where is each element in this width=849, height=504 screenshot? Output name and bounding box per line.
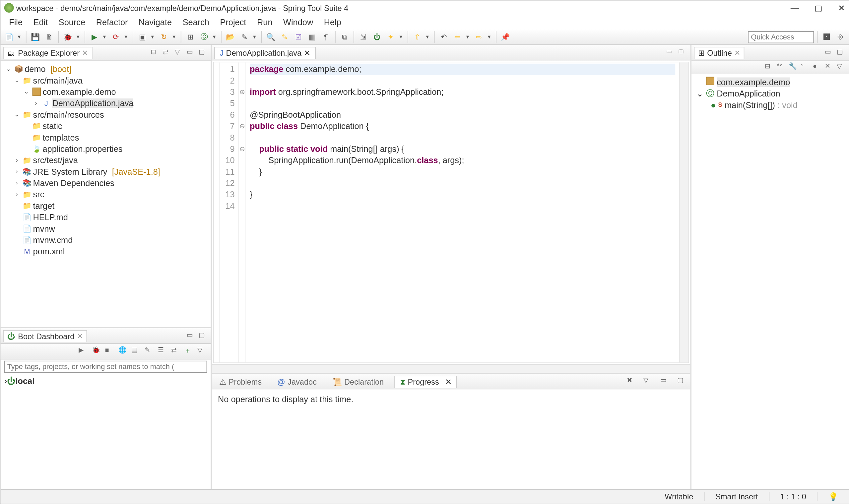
menu-window[interactable]: Window	[278, 16, 318, 28]
close-button[interactable]: ✕	[838, 3, 845, 13]
close-icon[interactable]: ✕	[445, 377, 452, 386]
close-icon[interactable]: ✕	[77, 332, 83, 340]
wand-icon[interactable]: ✦	[385, 31, 397, 43]
dropdown-icon[interactable]: ▼	[212, 34, 218, 39]
file-node[interactable]: DemoApplication.java	[52, 98, 133, 108]
hide-local-icon[interactable]: ✕	[825, 62, 834, 72]
tab-declaration[interactable]: 📜Declaration	[327, 376, 389, 387]
caret-icon[interactable]: ⌄	[13, 111, 21, 118]
close-icon[interactable]: ✕	[304, 49, 310, 58]
new-class-icon[interactable]: Ⓒ	[198, 31, 210, 43]
run-icon[interactable]: ▶	[88, 31, 100, 43]
jre-node[interactable]: JRE System Library	[33, 166, 107, 176]
debug-icon[interactable]: 🐞	[92, 346, 103, 357]
editor-hscrollbar[interactable]	[212, 364, 690, 373]
menu-file[interactable]: File	[4, 16, 28, 28]
caret-icon[interactable]: ⌄	[697, 89, 704, 98]
dropdown-icon[interactable]: ▼	[124, 34, 130, 39]
close-icon[interactable]: ✕	[734, 49, 740, 57]
dropdown-icon[interactable]: ▼	[465, 34, 471, 39]
dropdown-icon[interactable]: ▼	[76, 34, 82, 39]
maximize-editor-icon[interactable]: ▢	[678, 48, 688, 58]
link-icon[interactable]: ⇲	[357, 31, 369, 43]
menu-run[interactable]: Run	[252, 16, 277, 28]
menu-source[interactable]: Source	[54, 16, 90, 28]
menu-edit[interactable]: Edit	[29, 16, 53, 28]
src-main-resources-node[interactable]: src/main/resources	[33, 109, 104, 119]
dropdown-icon[interactable]: ▼	[172, 34, 178, 39]
whitespace-icon[interactable]: ¶	[320, 31, 332, 43]
start-icon[interactable]: ▶	[78, 346, 90, 357]
undo-icon[interactable]: ↶	[437, 31, 449, 43]
outline-tab[interactable]: ⊞ Outline ✕	[694, 47, 744, 58]
src-test-java-node[interactable]: src/test/java	[33, 155, 78, 165]
minimize-view-icon[interactable]: ▭	[187, 48, 196, 57]
pom-xml-node[interactable]: pom.xml	[33, 246, 65, 256]
maximize-view-icon[interactable]: ▢	[199, 331, 208, 341]
collapse-all-icon[interactable]: ⊟	[150, 48, 160, 57]
minimize-editor-icon[interactable]: ▭	[666, 48, 676, 58]
outline-package-node[interactable]: com.example.demo	[717, 77, 790, 87]
run-last-icon[interactable]: ⟳	[110, 31, 122, 43]
hide-fields-icon[interactable]: 🔧	[789, 62, 798, 72]
view-menu-icon[interactable]: ▽	[175, 48, 184, 57]
src-main-java-node[interactable]: src/main/java	[33, 75, 83, 85]
highlight-icon[interactable]: ✎	[238, 31, 250, 43]
menu-project[interactable]: Project	[215, 16, 251, 28]
sort-icon[interactable]: ⊟	[765, 62, 774, 72]
caret-icon[interactable]: ›	[32, 100, 40, 106]
perspective-java-icon[interactable]: 🞓	[820, 31, 832, 43]
pin-icon[interactable]: 📌	[500, 31, 511, 43]
caret-icon[interactable]: ›	[13, 191, 21, 198]
editor-tab[interactable]: J DemoApplication.java ✕	[214, 47, 316, 59]
caret-icon[interactable]: ›	[13, 168, 21, 175]
project-node[interactable]: demo	[24, 64, 46, 74]
package-explorer-tree[interactable]: ⌄📦demo [boot] ⌄📁src/main/java ⌄com.examp…	[1, 61, 211, 327]
package-node[interactable]: com.example.demo	[43, 87, 116, 96]
list-icon[interactable]: ☰	[158, 346, 169, 357]
dropdown-icon[interactable]: ▼	[425, 34, 431, 39]
filter-icon[interactable]: ⇄	[171, 346, 182, 357]
boot-filter-input[interactable]	[4, 361, 207, 373]
outline-method-node[interactable]: main(String[])	[725, 100, 775, 109]
minimize-button[interactable]: —	[791, 3, 799, 13]
new-package-icon[interactable]: ⊞	[184, 31, 196, 43]
maximize-view-icon[interactable]: ▢	[677, 376, 688, 387]
boot-local-node[interactable]: local	[15, 376, 35, 386]
boot-dashboard-tree[interactable]: ›⏻local	[1, 374, 211, 388]
link-editor-icon[interactable]: ⇄	[163, 48, 173, 57]
outline-class-node[interactable]: DemoApplication	[717, 89, 780, 98]
power-icon[interactable]: ⏻	[371, 31, 383, 43]
quick-access-input[interactable]	[748, 31, 814, 43]
hide-static-icon[interactable]: ˢ	[801, 62, 811, 72]
src-folder-node[interactable]: src	[33, 189, 44, 199]
edit-icon[interactable]: ✎	[145, 346, 156, 357]
tab-problems[interactable]: ⚠Problems	[214, 376, 266, 387]
target-node[interactable]: target	[33, 201, 55, 210]
dropdown-icon[interactable]: ▼	[17, 34, 23, 39]
nav-up-icon[interactable]: ⇧	[411, 31, 423, 43]
window-icon[interactable]: ⧉	[339, 31, 350, 43]
mvnw-node[interactable]: mvnw	[33, 223, 55, 233]
caret-icon[interactable]: ›	[4, 376, 7, 386]
menu-help[interactable]: Help	[319, 16, 346, 28]
relaunch-icon[interactable]: ↻	[158, 31, 170, 43]
editor-area[interactable]: 1 2 3 5 6 7 8 9 10 11 12 13 14 ⊕ ⊖ ⊖	[213, 62, 689, 363]
hide-nonpublic-icon[interactable]: ●	[813, 62, 823, 72]
outline-tree[interactable]: com.example.demo ⌄ⒸDemoApplication ●Smai…	[691, 74, 849, 489]
close-icon[interactable]: ✕	[82, 49, 88, 57]
caret-icon[interactable]: ⌄	[22, 88, 31, 95]
tab-progress[interactable]: ⧗Progress✕	[395, 375, 457, 388]
minimize-view-icon[interactable]: ▭	[187, 331, 196, 341]
open-type-icon[interactable]: 📂	[224, 31, 236, 43]
caret-icon[interactable]: ⌄	[4, 65, 13, 72]
minimize-view-icon[interactable]: ▭	[660, 376, 671, 387]
menu-navigate[interactable]: Navigate	[134, 16, 177, 28]
maximize-button[interactable]: ▢	[814, 3, 823, 13]
editor-scrollbar[interactable]	[679, 62, 688, 362]
menu-search[interactable]: Search	[178, 16, 214, 28]
sort-az-icon[interactable]: ᴬᶻ	[777, 62, 786, 72]
app-properties-node[interactable]: application.properties	[43, 144, 123, 153]
package-explorer-tab[interactable]: 🗂 Package Explorer ✕	[3, 47, 92, 58]
dropdown-icon[interactable]: ▼	[150, 34, 156, 39]
